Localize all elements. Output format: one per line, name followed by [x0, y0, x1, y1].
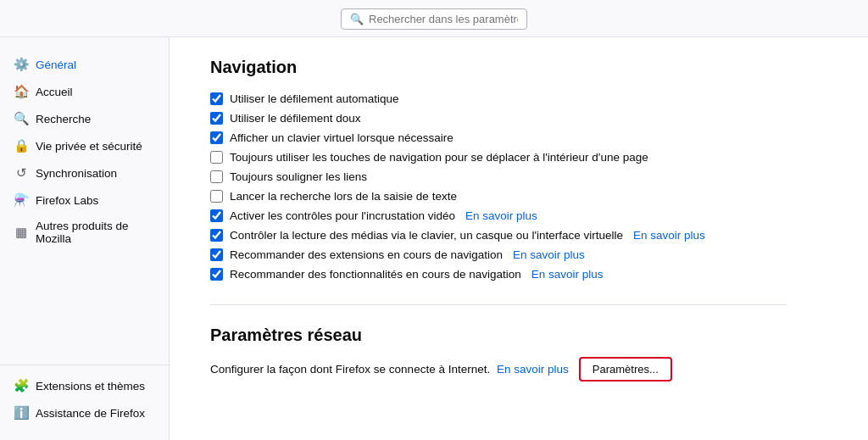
general-icon: ⚙️	[14, 57, 29, 72]
sidebar-item-synchronisation[interactable]: ↺Synchronisation	[0, 159, 169, 187]
network-row: Configurer la façon dont Firefox se conn…	[210, 357, 787, 382]
checkbox-row-recommander-fonctionnalites: Recommander des fonctionnalités en cours…	[210, 265, 787, 284]
checkbox-label-lecture-medias[interactable]: Contrôler la lecture des médias via le c…	[230, 229, 623, 242]
search-icon: 🔍	[350, 13, 364, 25]
checkbox-row-touches-navigation: Toujours utiliser les touches de navigat…	[210, 148, 787, 167]
checkbox-row-lecture-medias: Contrôler la lecture des médias via le c…	[210, 226, 787, 245]
checkbox-row-recherche-saisie: Lancer la recherche lors de la saisie de…	[210, 187, 787, 206]
checkbox-label-recommander-fonctionnalites[interactable]: Recommander des fonctionnalités en cours…	[230, 268, 521, 281]
sidebar-label-recherche: Recherche	[36, 113, 91, 125]
checkbox-label-scroll-doux[interactable]: Utiliser le défilement doux	[230, 112, 361, 125]
checkbox-row-souligner-liens: Toujours souligner les liens	[210, 167, 787, 187]
vie-privee-icon: 🔒	[14, 138, 29, 153]
checkbox-label-recommander-extensions[interactable]: Recommander des extensions en cours de n…	[230, 248, 503, 261]
network-learn-more-link[interactable]: En savoir plus	[497, 363, 569, 376]
checkbox-lecture-medias[interactable]	[210, 229, 223, 242]
checkbox-label-touches-navigation[interactable]: Toujours utiliser les touches de navigat…	[230, 151, 648, 164]
top-bar: 🔍	[0, 0, 868, 37]
sidebar-item-vie-privee[interactable]: 🔒Vie privée et sécurité	[0, 132, 169, 159]
assistance-icon: ℹ️	[14, 405, 29, 421]
checkbox-row-recommander-extensions: Recommander des extensions en cours de n…	[210, 245, 787, 265]
checkbox-scroll-doux[interactable]	[210, 112, 223, 125]
sidebar-bottom: 🧩Extensions et thèmesℹ️Assistance de Fir…	[0, 365, 169, 426]
sidebar-label-accueil: Accueil	[36, 86, 73, 98]
sidebar-label-general: Général	[36, 58, 76, 71]
checkbox-clavier-virtuel[interactable]	[210, 131, 223, 144]
sidebar-label-autres-produits: Autres produits de Mozilla	[36, 220, 155, 245]
checkbox-row-scroll-auto: Utiliser le défilement automatique	[210, 89, 787, 109]
sidebar-item-extensions[interactable]: 🧩Extensions et thèmes	[0, 372, 169, 399]
accueil-icon: 🏠	[14, 84, 29, 99]
checkbox-souligner-liens[interactable]	[210, 170, 223, 183]
checkbox-recommander-extensions[interactable]	[210, 248, 223, 261]
checkbox-recherche-saisie[interactable]	[210, 190, 223, 203]
sidebar-label-extensions: Extensions et thèmes	[36, 380, 145, 393]
checkbox-scroll-auto[interactable]	[210, 92, 223, 105]
network-section: Paramètres réseau Configurer la façon do…	[210, 326, 787, 402]
extensions-icon: 🧩	[14, 378, 29, 393]
sidebar-item-accueil[interactable]: 🏠Accueil	[0, 78, 169, 105]
checkbox-label-souligner-liens[interactable]: Toujours souligner les liens	[230, 170, 367, 183]
learn-more-link-controles-video[interactable]: En savoir plus	[465, 209, 537, 222]
checkbox-row-controles-video: Activer les contrôles pour l'incrustatio…	[210, 206, 787, 226]
sidebar-label-assistance: Assistance de Firefox	[36, 407, 145, 420]
network-title: Paramètres réseau	[210, 326, 787, 345]
search-input[interactable]	[369, 13, 518, 25]
sidebar-item-general[interactable]: ⚙️Général	[0, 51, 169, 78]
sidebar-item-firefox-labs[interactable]: ⚗️Firefox Labs	[0, 187, 169, 214]
checkbox-recommander-fonctionnalites[interactable]	[210, 268, 223, 281]
sidebar-label-synchronisation: Synchronisation	[36, 167, 117, 180]
sidebar-label-vie-privee: Vie privée et sécurité	[36, 140, 142, 153]
firefox-labs-icon: ⚗️	[14, 192, 29, 208]
learn-more-link-recommander-fonctionnalites[interactable]: En savoir plus	[531, 268, 604, 281]
checkbox-label-clavier-virtuel[interactable]: Afficher un clavier virtuel lorsque néce…	[230, 131, 453, 144]
recherche-icon: 🔍	[14, 111, 29, 126]
network-description: Configurer la façon dont Firefox se conn…	[210, 363, 569, 376]
sidebar-item-autres-produits[interactable]: ▦Autres produits de Mozilla	[0, 214, 169, 251]
checkbox-touches-navigation[interactable]	[210, 151, 223, 164]
synchronisation-icon: ↺	[14, 165, 29, 181]
checkbox-label-recherche-saisie[interactable]: Lancer la recherche lors de la saisie de…	[230, 190, 457, 203]
sidebar-item-recherche[interactable]: 🔍Recherche	[0, 105, 169, 132]
checkbox-controles-video[interactable]	[210, 209, 223, 222]
learn-more-link-recommander-extensions[interactable]: En savoir plus	[513, 248, 585, 261]
sidebar-item-assistance[interactable]: ℹ️Assistance de Firefox	[0, 399, 169, 426]
checkbox-row-scroll-doux: Utiliser le défilement doux	[210, 109, 787, 128]
navigation-section: Navigation Utiliser le défilement automa…	[210, 58, 787, 305]
sidebar-label-firefox-labs: Firefox Labs	[36, 194, 98, 207]
sidebar: ⚙️Général🏠Accueil🔍Recherche🔒Vie privée e…	[0, 37, 170, 440]
content-area: Navigation Utiliser le défilement automa…	[170, 37, 868, 440]
search-box[interactable]: 🔍	[341, 8, 527, 30]
main-layout: ⚙️Général🏠Accueil🔍Recherche🔒Vie privée e…	[0, 37, 868, 440]
checkbox-row-clavier-virtuel: Afficher un clavier virtuel lorsque néce…	[210, 128, 787, 148]
navigation-title: Navigation	[210, 58, 787, 77]
autres-produits-icon: ▦	[14, 225, 29, 240]
checkbox-label-controles-video[interactable]: Activer les contrôles pour l'incrustatio…	[230, 209, 455, 222]
checkbox-label-scroll-auto[interactable]: Utiliser le défilement automatique	[230, 92, 399, 105]
network-params-button[interactable]: Paramètres...	[579, 357, 672, 382]
learn-more-link-lecture-medias[interactable]: En savoir plus	[633, 229, 705, 242]
